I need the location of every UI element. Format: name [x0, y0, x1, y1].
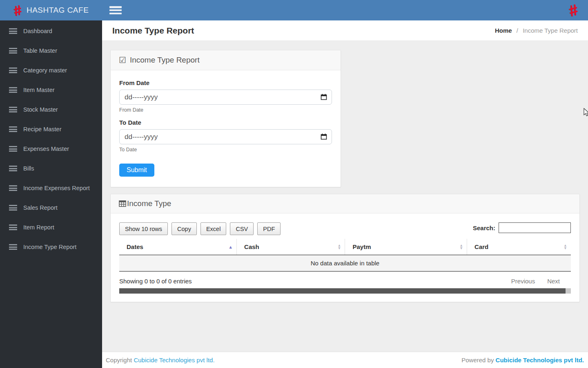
sidebar-item-item-master[interactable]: Item Master	[0, 80, 102, 100]
sidebar: Dashboard Table Master Category master I…	[0, 20, 102, 368]
sidebar-item-label: Income Expenses Report	[23, 185, 90, 191]
footer-powered: Powered by Cubicide Technologies pvt ltd…	[461, 357, 584, 364]
scrollbar-thumb[interactable]	[119, 288, 566, 294]
table-search: Search:	[473, 222, 571, 233]
table-card-body: Show 10 rows Copy Excel CSV PDF Search:	[111, 213, 579, 302]
breadcrumb-home-link[interactable]: Home	[495, 27, 512, 34]
copyright-link[interactable]: Cubicide Technologies pvt ltd.	[134, 357, 214, 364]
export-buttons: Show 10 rows Copy Excel CSV PDF	[119, 222, 284, 235]
column-header-cash[interactable]: Cash ▲▼	[237, 239, 345, 255]
menu-bars-icon	[9, 48, 17, 54]
table-card-header: Income Type	[111, 194, 579, 213]
sidebar-item-income-type-report[interactable]: Income Type Report	[0, 237, 102, 257]
footer-copyright: Copyright Cubicide Technologies pvt ltd.	[106, 357, 215, 364]
sidebar-item-expenses-master[interactable]: Expenses Master	[0, 139, 102, 159]
menu-bars-icon	[9, 107, 17, 112]
sidebar-item-label: Item Report	[23, 224, 54, 231]
previous-page-button[interactable]: Previous	[505, 278, 541, 285]
sidebar-item-item-report[interactable]: Item Report	[0, 218, 102, 237]
menu-bars-icon	[9, 67, 17, 73]
menu-bars-icon	[9, 126, 17, 132]
sidebar-item-table-master[interactable]: Table Master	[0, 41, 102, 61]
sidebar-item-label: Sales Report	[23, 204, 58, 211]
sort-both-icon: ▲▼	[564, 244, 567, 250]
column-header-paytm[interactable]: Paytm ▲▼	[345, 239, 467, 255]
sidebar-item-sales-report[interactable]: Sales Report	[0, 198, 102, 218]
to-date-input[interactable]	[119, 129, 332, 144]
sidebar-item-label: Dashboard	[23, 28, 52, 34]
table-header-row: Dates ▲ Cash ▲▼ Paytm ▲▼	[119, 239, 571, 255]
hashtag-logo-icon: #	[12, 2, 23, 18]
excel-button[interactable]: Excel	[200, 222, 226, 235]
table-icon	[119, 200, 126, 207]
powered-by-link[interactable]: Cubicide Technologies pvt ltd.	[496, 357, 584, 364]
filter-card: ☑ Income Type Report From Date From Date…	[110, 50, 341, 187]
from-date-wrap	[119, 90, 332, 105]
filter-card-header: ☑ Income Type Report	[111, 50, 341, 70]
sidebar-item-label: Category master	[23, 67, 67, 74]
brand[interactable]: # HASHTAG CAFE	[0, 3, 102, 17]
menu-bars-icon	[9, 28, 17, 34]
sidebar-item-category-master[interactable]: Category master	[0, 61, 102, 80]
to-date-wrap	[119, 129, 332, 144]
main-area: Income Type Report Home / Income Type Re…	[102, 20, 588, 368]
search-input[interactable]	[499, 222, 571, 233]
empty-message: No data available in table	[119, 255, 571, 272]
empty-row: No data available in table	[119, 255, 571, 272]
brand-name: HASHTAG CAFE	[27, 6, 89, 15]
pagination: Previous Next	[505, 278, 566, 285]
filter-card-title: Income Type Report	[130, 56, 200, 65]
from-date-helper: From Date	[119, 107, 332, 113]
sort-both-icon: ▲▼	[459, 244, 463, 250]
search-label: Search:	[473, 224, 495, 231]
topbar: # HASHTAG CAFE #	[0, 0, 588, 20]
sidebar-toggle-button[interactable]	[109, 6, 122, 14]
page-header: Income Type Report Home / Income Type Re…	[102, 20, 588, 41]
to-date-label: To Date	[119, 119, 332, 126]
menu-bars-icon	[9, 205, 17, 211]
footer: Copyright Cubicide Technologies pvt ltd.…	[102, 352, 588, 368]
sidebar-item-bills[interactable]: Bills	[0, 159, 102, 178]
sidebar-item-recipe-master[interactable]: Recipe Master	[0, 119, 102, 139]
hamburger-icon	[109, 6, 122, 8]
breadcrumb-current: Income Type Report	[523, 27, 578, 34]
checkbox-icon: ☑	[119, 55, 126, 65]
income-type-table: Dates ▲ Cash ▲▼ Paytm ▲▼	[119, 239, 571, 272]
horizontal-scrollbar[interactable]	[119, 288, 571, 294]
copy-button[interactable]: Copy	[172, 222, 197, 235]
sort-both-icon: ▲▼	[338, 244, 341, 250]
menu-bars-icon	[9, 146, 17, 152]
topbar-right: #	[569, 2, 577, 18]
entries-info: Showing 0 to 0 of 0 entries	[119, 278, 192, 285]
from-date-label: From Date	[119, 79, 332, 86]
sidebar-item-label: Income Type Report	[23, 244, 76, 250]
filter-card-body: From Date From Date To Date	[111, 70, 341, 187]
sidebar-item-dashboard[interactable]: Dashboard	[0, 21, 102, 41]
sidebar-item-stock-master[interactable]: Stock Master	[0, 100, 102, 119]
menu-bars-icon	[9, 244, 17, 250]
submit-button[interactable]: Submit	[119, 164, 154, 177]
datatable-footer: Showing 0 to 0 of 0 entries Previous Nex…	[119, 278, 571, 285]
sidebar-item-label: Item Master	[23, 87, 55, 93]
column-header-dates[interactable]: Dates ▲	[119, 239, 237, 255]
content: ☑ Income Type Report From Date From Date…	[102, 41, 588, 352]
table-card-title: Income Type	[127, 199, 171, 208]
breadcrumb-separator: /	[517, 27, 518, 34]
show-rows-button[interactable]: Show 10 rows	[119, 222, 168, 235]
sidebar-item-label: Recipe Master	[23, 126, 61, 132]
calendar-icon[interactable]	[321, 94, 327, 100]
csv-button[interactable]: CSV	[230, 222, 254, 235]
sidebar-item-income-expenses-report[interactable]: Income Expenses Report	[0, 178, 102, 198]
column-header-card[interactable]: Card ▲▼	[467, 239, 571, 255]
from-date-input[interactable]	[119, 90, 332, 105]
menu-bars-icon	[9, 185, 17, 191]
calendar-icon[interactable]	[321, 133, 327, 140]
pdf-button[interactable]: PDF	[257, 222, 281, 235]
page-title: Income Type Report	[112, 26, 194, 36]
breadcrumb: Home / Income Type Report	[495, 27, 578, 34]
menu-bars-icon	[9, 224, 17, 230]
sort-asc-icon: ▲	[228, 245, 233, 249]
next-page-button[interactable]: Next	[541, 278, 566, 285]
menu-bars-icon	[9, 87, 17, 93]
sidebar-item-label: Table Master	[23, 47, 57, 54]
